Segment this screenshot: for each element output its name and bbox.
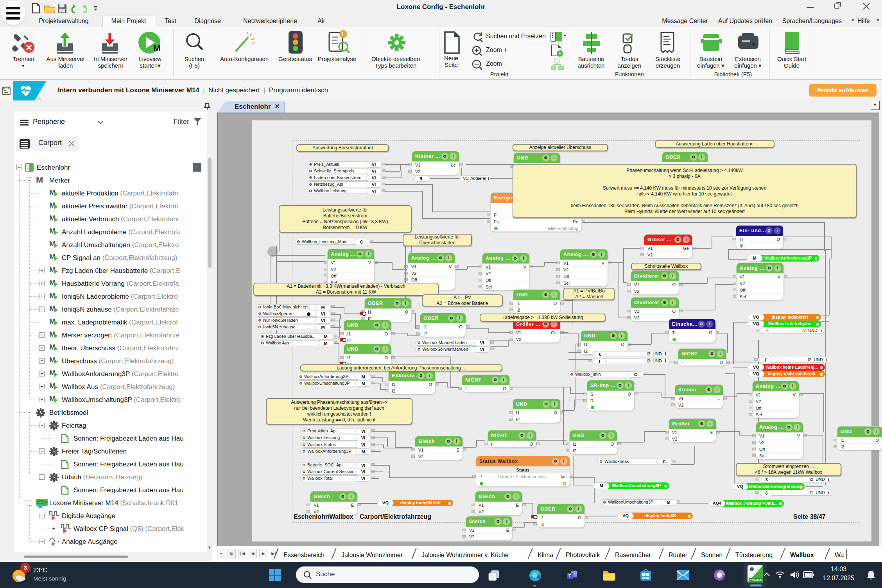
svg-text:T: T — [568, 574, 571, 578]
svg-text:!: ! — [342, 31, 344, 37]
svg-text:M: M — [153, 43, 160, 53]
svg-text:CONFIG: CONFIG — [749, 579, 762, 582]
